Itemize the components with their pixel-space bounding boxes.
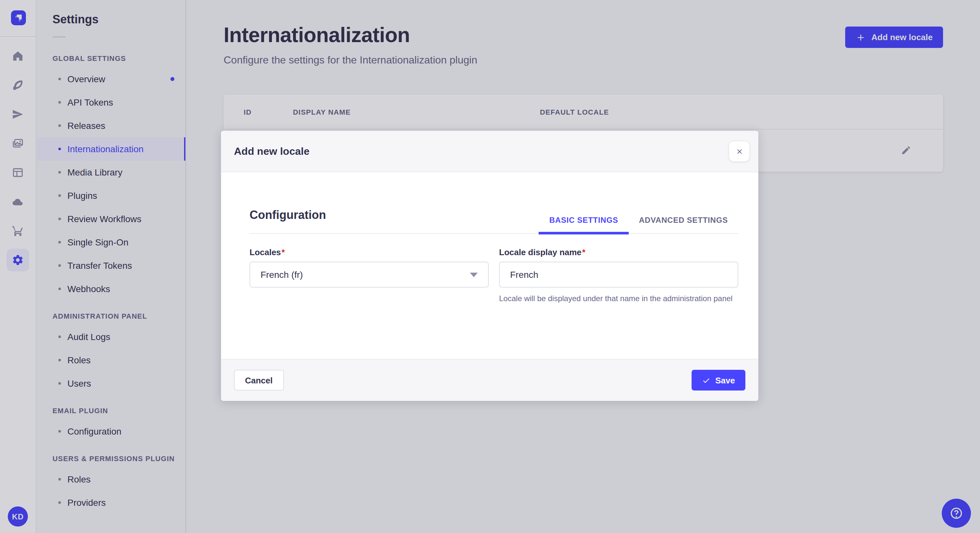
locales-select[interactable]: French (fr) [250, 262, 489, 287]
tab-basic-settings[interactable]: BASIC SETTINGS [539, 216, 629, 235]
configuration-heading: Configuration [250, 209, 326, 222]
display-name-label: Locale display name* [499, 247, 738, 257]
configuration-row: Configuration BASIC SETTINGSADVANCED SET… [250, 172, 738, 233]
modal-body: Configuration BASIC SETTINGSADVANCED SET… [221, 172, 758, 359]
add-locale-modal: Add new locale Configuration BASIC SETTI… [221, 131, 758, 401]
check-icon [702, 376, 710, 384]
modal-footer: Cancel Save [221, 359, 758, 401]
display-name-input[interactable] [499, 262, 738, 287]
required-asterisk: * [582, 247, 585, 257]
locales-field: Locales* French (fr) [250, 247, 489, 305]
strapi-admin-app: KD Settings GLOBAL SETTINGSOverviewAPI T… [0, 0, 980, 533]
settings-tabs: BASIC SETTINGSADVANCED SETTINGS [539, 216, 738, 235]
display-name-hint: Locale will be displayed under that name… [499, 293, 738, 305]
tab-advanced-settings[interactable]: ADVANCED SETTINGS [628, 216, 738, 235]
modal-title: Add new locale [234, 145, 310, 157]
close-icon [735, 148, 743, 155]
required-asterisk: * [282, 247, 285, 257]
modal-close-button[interactable] [729, 141, 750, 162]
save-button[interactable]: Save [691, 370, 745, 390]
locales-label: Locales* [250, 247, 489, 257]
cancel-button[interactable]: Cancel [234, 370, 283, 390]
save-label: Save [715, 375, 735, 385]
locales-select-value: French (fr) [261, 270, 303, 280]
display-name-field: Locale display name* Locale will be disp… [499, 247, 738, 305]
modal-header: Add new locale [221, 131, 758, 172]
chevron-down-icon [470, 272, 478, 277]
locale-form: Locales* French (fr) Locale display name… [250, 247, 738, 305]
